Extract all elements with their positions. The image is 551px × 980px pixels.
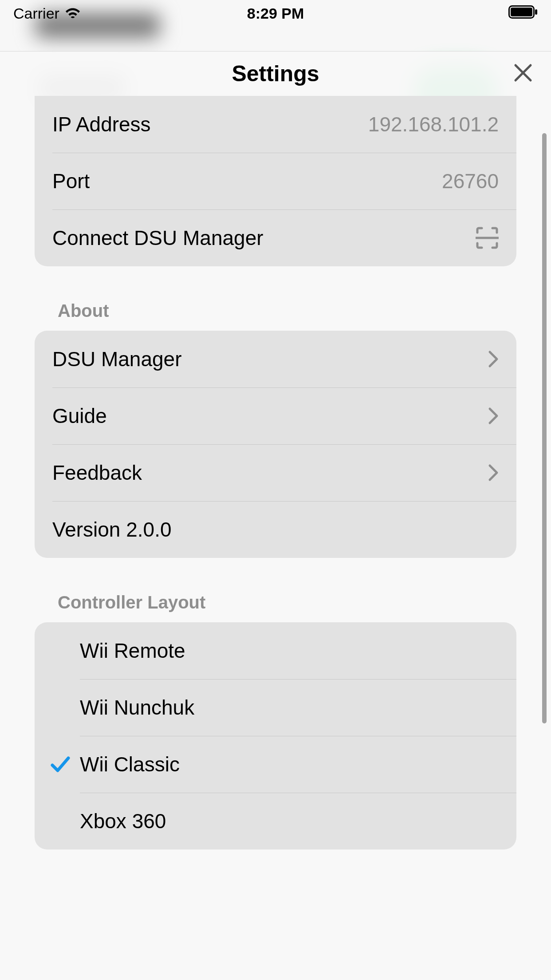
ip-address-row[interactable]: IP Address 192.168.101.2: [35, 96, 516, 153]
controller-option-label: Wii Nunchuk: [80, 695, 499, 719]
controller-group: Wii RemoteWii NunchukWii ClassicXbox 360: [35, 622, 516, 850]
scroll-indicator[interactable]: [542, 133, 547, 723]
port-label: Port: [52, 169, 442, 193]
version-label: Version 2.0.0: [52, 518, 499, 541]
clock: 8:29 PM: [0, 5, 551, 22]
connect-dsu-row[interactable]: Connect DSU Manager: [35, 209, 516, 266]
settings-scroll[interactable]: IP Address 192.168.101.2 Port 26760 Conn…: [0, 96, 551, 980]
dsu-manager-row[interactable]: DSU Manager: [35, 331, 516, 387]
port-row[interactable]: Port 26760: [35, 153, 516, 209]
chevron-right-icon: [488, 407, 499, 425]
network-group: IP Address 192.168.101.2 Port 26760 Conn…: [35, 96, 516, 266]
close-icon: [513, 63, 533, 83]
ip-address-label: IP Address: [52, 112, 368, 136]
sheet-header: Settings: [0, 51, 551, 96]
controller-option-label: Wii Remote: [80, 639, 499, 663]
controller-option-row[interactable]: Wii Nunchuk: [35, 679, 516, 736]
chevron-right-icon: [488, 350, 499, 368]
controller-option-row[interactable]: Wii Remote: [35, 622, 516, 679]
page-title: Settings: [232, 61, 319, 87]
close-button[interactable]: [513, 63, 533, 85]
checkmark-icon: [50, 754, 71, 775]
controller-header: Controller Layout: [58, 593, 551, 612]
version-row: Version 2.0.0: [35, 501, 516, 558]
dsu-manager-label: DSU Manager: [52, 347, 479, 371]
feedback-row[interactable]: Feedback: [35, 444, 516, 501]
about-header: About: [58, 301, 551, 321]
about-group: DSU Manager Guide Feedback Version 2.0.0: [35, 331, 516, 558]
controller-option-row[interactable]: Xbox 360: [35, 793, 516, 850]
settings-sheet: Settings IP Address 192.168.101.2 Port 2…: [0, 51, 551, 980]
chevron-right-icon: [488, 464, 499, 482]
connect-dsu-label: Connect DSU Manager: [52, 226, 467, 250]
status-bar: Carrier 8:29 PM: [0, 0, 551, 27]
checkmark-slot: [47, 754, 74, 775]
ip-address-value: 192.168.101.2: [368, 112, 499, 136]
controller-option-label: Wii Classic: [80, 752, 499, 776]
feedback-label: Feedback: [52, 461, 479, 485]
guide-label: Guide: [52, 404, 479, 428]
guide-row[interactable]: Guide: [35, 387, 516, 444]
controller-option-label: Xbox 360: [80, 809, 499, 833]
controller-option-row[interactable]: Wii Classic: [35, 736, 516, 793]
scan-icon: [476, 226, 499, 249]
port-value: 26760: [442, 169, 499, 193]
